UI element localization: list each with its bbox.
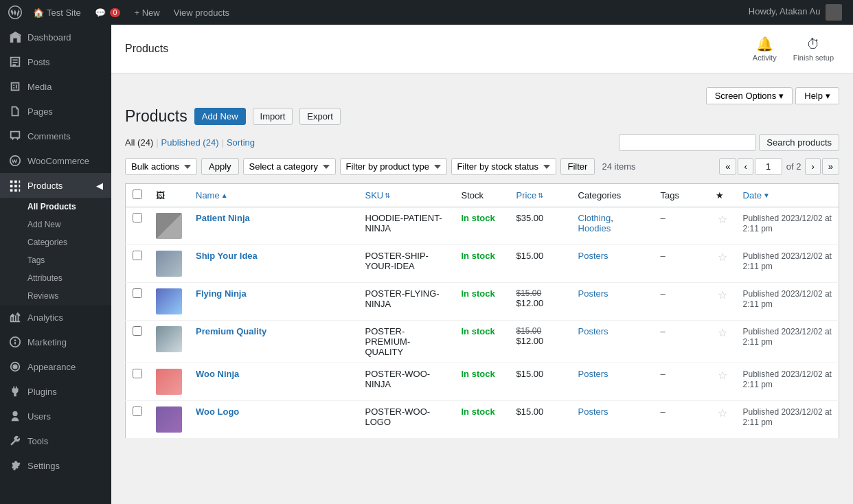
sidebar-item-media[interactable]: Media (0, 74, 111, 99)
search-products-button[interactable]: Search products (759, 134, 839, 151)
filter-sorting-link[interactable]: Sorting (227, 137, 255, 148)
sidebar-item-settings[interactable]: Settings (0, 453, 111, 478)
sidebar-item-appearance[interactable]: Appearance (0, 354, 111, 379)
category-link-1-0[interactable]: Posters (578, 251, 609, 261)
featured-star-0[interactable]: ☆ (718, 214, 727, 225)
content-area: Products 🔔 Activity ⏱ Finish setup Scree… (111, 25, 853, 504)
topbar-user[interactable]: Howdy, Atakan Au (743, 4, 848, 21)
product-price-1: $15.00 (510, 245, 571, 283)
original-price-3: $15.00 (516, 326, 565, 336)
sidebar-item-products[interactable]: Products ◀ (0, 173, 111, 198)
category-link-3-0[interactable]: Posters (578, 326, 609, 336)
category-link-5-0[interactable]: Posters (578, 406, 609, 417)
category-link-0-1[interactable]: Hoodies (578, 223, 611, 233)
sidebar-item-dashboard[interactable]: Dashboard (0, 25, 111, 49)
sidebar-item-analytics[interactable]: Analytics (0, 305, 111, 330)
th-date[interactable]: Date ▼ (736, 184, 839, 207)
row-checkbox-5[interactable] (133, 406, 142, 416)
first-page-button[interactable]: « (719, 158, 736, 175)
export-button[interactable]: Export (299, 108, 341, 125)
featured-star-2[interactable]: ☆ (718, 289, 727, 301)
submenu-categories[interactable]: Categories (0, 233, 111, 251)
sidebar-item-tools[interactable]: Tools (0, 428, 111, 453)
regular-price-4: $15.00 (516, 369, 544, 379)
subheader: All (24) | Published (24) | Sorting Se (125, 134, 839, 151)
th-name[interactable]: Name ▲ (189, 184, 359, 207)
sidebar-item-posts[interactable]: Posts (0, 49, 111, 74)
activity-button[interactable]: 🔔 Activity (747, 33, 782, 65)
product-name-4[interactable]: Woo Ninja (196, 369, 239, 379)
row-checkbox-0[interactable] (133, 213, 142, 222)
finish-setup-button[interactable]: ⏱ Finish setup (788, 34, 839, 65)
submenu-reviews[interactable]: Reviews (0, 287, 111, 305)
sku-sort-link[interactable]: SKU ⇅ (365, 190, 391, 201)
next-page-button[interactable]: › (805, 158, 820, 175)
sale-price-3: $12.00 (516, 336, 565, 346)
product-date-2: Published 2023/12/02 at 2:11 pm (736, 283, 839, 321)
finish-setup-icon: ⏱ (806, 36, 820, 52)
bulk-actions-select[interactable]: Bulk actions (125, 158, 197, 175)
topbar-view-products[interactable]: View products (168, 0, 235, 25)
product-name-3[interactable]: Premium Quality (196, 326, 266, 336)
th-price[interactable]: Price ⇅ (510, 184, 571, 207)
product-name-0[interactable]: Patient Ninja (196, 213, 250, 223)
product-name-1[interactable]: Ship Your Idea (196, 251, 258, 261)
sidebar-item-pages[interactable]: Pages (0, 99, 111, 124)
category-select[interactable]: Select a category (243, 158, 336, 175)
sidebar-item-plugins[interactable]: Plugins (0, 379, 111, 404)
table-row: Woo NinjaPOSTER-WOO-NINJAIn stock$15.00P… (126, 363, 839, 401)
row-checkbox-2[interactable] (133, 288, 142, 298)
row-checkbox-1[interactable] (133, 251, 142, 260)
add-new-button[interactable]: Add New (194, 108, 246, 125)
row-checkbox-4[interactable] (133, 369, 142, 378)
sidebar-item-users[interactable]: Users (0, 404, 111, 428)
date-sort-link[interactable]: Date ▼ (743, 190, 770, 201)
stock-status-select[interactable]: Filter by stock status (451, 158, 556, 175)
submenu-add-new[interactable]: Add New (0, 216, 111, 233)
featured-star-1[interactable]: ☆ (718, 251, 727, 263)
star-header-icon: ★ (716, 190, 724, 201)
featured-star-4[interactable]: ☆ (718, 369, 727, 381)
item-count: 24 items (599, 161, 638, 172)
product-date-1: Published 2023/12/02 at 2:11 pm (736, 245, 839, 283)
regular-price-1: $15.00 (516, 251, 544, 261)
th-sku[interactable]: SKU ⇅ (359, 184, 455, 207)
category-link-4-0[interactable]: Posters (578, 369, 609, 379)
sidebar-item-marketing[interactable]: Marketing (0, 330, 111, 354)
product-name-2[interactable]: Flying Ninja (196, 288, 247, 299)
product-sku-0: HOODIE-PATIENT-NINJA (359, 207, 455, 245)
featured-star-5[interactable]: ☆ (718, 407, 727, 419)
search-input[interactable] (619, 134, 756, 151)
product-tags-2: – (654, 283, 709, 321)
filter-button[interactable]: Filter (560, 158, 595, 175)
screen-options-button[interactable]: Screen Options ▾ (706, 87, 793, 104)
price-sort-link[interactable]: Price ⇅ (516, 190, 544, 201)
apply-button[interactable]: Apply (201, 158, 239, 175)
current-page-input[interactable]: 1 (755, 158, 782, 175)
topbar-comments[interactable]: 💬 0 (89, 0, 126, 25)
product-type-select[interactable]: Filter by product type (340, 158, 447, 175)
featured-star-3[interactable]: ☆ (718, 327, 727, 339)
filter-published-link[interactable]: Published (24) (161, 137, 219, 148)
import-button[interactable]: Import (253, 108, 293, 125)
category-link-2-0[interactable]: Posters (578, 288, 609, 299)
last-page-button[interactable]: » (822, 158, 839, 175)
submenu-tags[interactable]: Tags (0, 251, 111, 269)
content-header: Products 🔔 Activity ⏱ Finish setup (111, 25, 853, 73)
select-all-checkbox[interactable] (133, 190, 142, 199)
help-button[interactable]: Help ▾ (795, 87, 839, 104)
row-checkbox-3[interactable] (133, 326, 142, 336)
product-thumbnail-5 (156, 406, 182, 433)
product-name-5[interactable]: Woo Logo (196, 406, 239, 417)
wp-logo[interactable] (5, 3, 25, 22)
sidebar-item-woocommerce[interactable]: WooCommerce (0, 148, 111, 173)
topbar-new[interactable]: + New (128, 0, 165, 25)
submenu-all-products[interactable]: All Products (0, 198, 111, 216)
topbar-site-name[interactable]: 🏠 Test Site (27, 0, 87, 25)
prev-page-button[interactable]: ‹ (738, 158, 753, 175)
name-sort-link[interactable]: Name ▲ (196, 190, 228, 201)
filter-all-link[interactable]: All (24) (125, 137, 153, 148)
category-link-0-0[interactable]: Clothing (578, 213, 611, 223)
sidebar-item-comments[interactable]: Comments (0, 124, 111, 148)
submenu-attributes[interactable]: Attributes (0, 269, 111, 287)
